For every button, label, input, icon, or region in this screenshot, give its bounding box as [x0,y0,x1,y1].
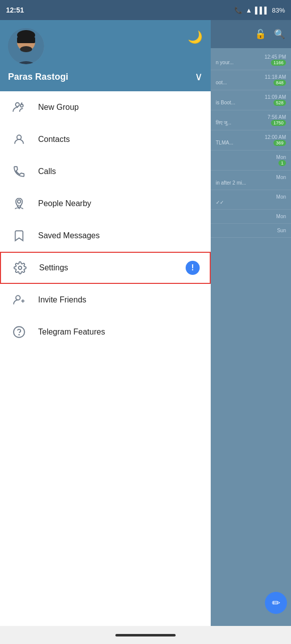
list-item[interactable]: 7:56 AM लिए जू... 1750 [211,110,291,130]
svg-point-6 [16,103,20,107]
drawer-menu: New Group Contacts Calls [0,91,211,644]
status-bar: 12:51 📞 ▲ ▌▌▌ 83% [0,0,291,20]
telegram-features-label: Telegram Features [38,328,201,337]
list-item[interactable]: Mon ✓✓ [211,190,291,210]
menu-item-new-group[interactable]: New Group [0,91,211,123]
moon-icon[interactable]: 🌙 [188,30,203,44]
svg-point-15 [14,327,25,338]
add-person-icon [10,291,28,309]
phone-icon: 📞 [234,7,242,14]
new-group-label: New Group [38,103,201,112]
list-item[interactable]: Mon in after 2 mi... [211,171,291,190]
invite-friends-label: Invite Friends [38,295,201,304]
phone-call-icon [10,163,28,181]
menu-item-saved-messages[interactable]: Saved Messages [0,220,211,252]
svg-point-8 [17,135,22,139]
calls-label: Calls [38,167,201,176]
user-name-row: Paras Rastogi ∨ [8,70,203,91]
question-icon [10,323,28,341]
menu-item-people-nearby[interactable]: People Nearby [0,188,211,220]
list-item[interactable]: 12:00 AM TLMA... 369 [211,130,291,150]
people-nearby-label: People Nearby [38,199,201,208]
drawer-header: 🌙 Paras Rastogi ∨ [0,20,211,91]
home-indicator [115,634,176,636]
svg-point-5 [20,46,32,52]
settings-label: Settings [39,263,186,272]
menu-item-calls[interactable]: Calls [0,155,211,188]
menu-item-telegram-features[interactable]: Telegram Features [0,316,211,348]
list-item[interactable]: 11:09 AM is Boot... 528 [211,90,291,110]
people-icon [10,98,28,116]
avatar-image [8,28,44,64]
gear-icon [11,259,29,277]
svg-point-11 [19,266,22,270]
menu-item-invite-friends[interactable]: Invite Friends [0,284,211,316]
avatar-row: 🌙 [8,28,203,64]
svg-point-9 [18,200,21,203]
chevron-down-icon[interactable]: ∨ [195,70,203,83]
user-display-name[interactable]: Paras Rastogi [8,72,68,82]
chat-header: 🔓 🔍 [211,20,291,48]
status-icons: 📞 ▲ ▌▌▌ 83% [234,7,285,14]
bookmark-icon [10,227,28,245]
lock-icon: 🔓 [255,29,266,40]
list-item[interactable]: Sun [211,224,291,238]
compose-button[interactable]: ✏ [265,592,287,614]
battery-icon: 83% [272,7,285,14]
wifi-icon: ▲ [245,7,252,14]
chat-background: 🔓 🔍 12:45 PM n your... 1166 11:18 AM oot… [211,20,291,644]
list-item[interactable]: 12:45 PM n your... 1166 [211,50,291,70]
list-item[interactable]: Mon [211,210,291,224]
search-icon[interactable]: 🔍 [274,29,285,40]
saved-messages-label: Saved Messages [38,231,201,240]
person-icon [10,130,28,148]
list-item[interactable]: Mon 1 [211,150,291,171]
location-icon [10,195,28,213]
signal-icon: ▌▌▌ [255,7,269,14]
avatar[interactable] [8,28,44,64]
svg-point-1 [12,61,40,64]
menu-item-settings[interactable]: Settings ! [0,252,211,284]
chat-list: 12:45 PM n your... 1166 11:18 AM oot... … [211,48,291,240]
side-drawer: 🌙 Paras Rastogi ∨ New Group [0,20,211,644]
menu-item-contacts[interactable]: Contacts [0,123,211,155]
status-time: 12:51 [6,6,24,14]
svg-rect-4 [17,37,35,43]
contacts-label: Contacts [38,135,201,144]
svg-point-12 [16,295,21,300]
settings-notification-badge: ! [186,261,200,275]
list-item[interactable]: 11:18 AM oot... 848 [211,70,291,90]
bottom-bar [0,626,291,644]
